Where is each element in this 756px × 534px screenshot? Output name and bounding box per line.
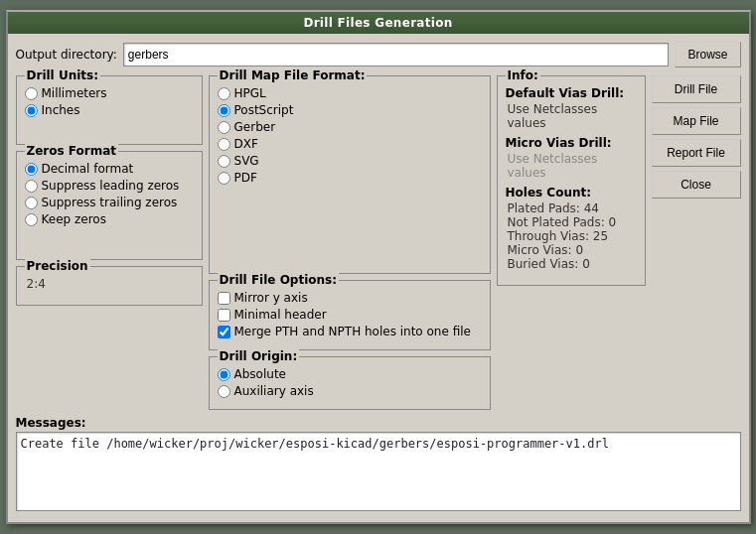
through-vias-row: Through Vias: 25 [508,229,637,243]
checkbox-merge-pth: Merge PTH and NPTH holes into one file [218,325,482,338]
through-vias-value: 25 [593,229,608,243]
radio-inches: Inches [25,103,194,117]
radio-postscript: PostScript [218,103,482,117]
micro-vias-label: Micro Vias: [508,243,572,257]
right-column: Info: Default Vias Drill: Use Netclasses… [497,75,741,410]
messages-section: Messages: Create file /home/wicker/proj/… [16,416,741,514]
buried-vias-value: 0 [582,257,590,271]
info-and-buttons: Info: Default Vias Drill: Use Netclasses… [497,75,741,286]
buried-vias-row: Buried Vias: 0 [508,257,637,271]
radio-svg-input[interactable] [218,155,230,168]
radio-gerber: Gerber [218,120,482,134]
close-button[interactable]: Close [652,171,741,199]
info-panel: Info: Default Vias Drill: Use Netclasses… [497,75,646,286]
radio-suppress-leading-label: Suppress leading zeros [42,179,180,193]
checkbox-mirror-y-label: Mirror y axis [234,291,308,305]
precision-value: 2:4 [27,277,46,291]
drill-units-group: Drill Units: Millimeters Inches [16,75,203,145]
radio-millimeters-input[interactable] [25,87,38,100]
drill-map-format-legend: Drill Map File Format: [218,68,368,82]
radio-millimeters: Millimeters [25,86,194,100]
checkbox-minimal-header-label: Minimal header [234,308,327,322]
radio-dxf-input[interactable] [218,138,230,151]
radio-decimal: Decimal format [25,162,194,176]
checkbox-mirror-y-input[interactable] [218,292,230,305]
radio-inches-input[interactable] [25,104,38,117]
radio-keep-zeros: Keep zeros [25,212,194,226]
precision-legend: Precision [25,259,90,273]
drill-origin-group: Drill Origin: Absolute Auxiliary axis [209,356,491,410]
micro-vias-row: Micro Vias: 0 [508,243,637,257]
radio-hpgl: HPGL [218,86,482,100]
radio-absolute-label: Absolute [234,367,286,381]
radio-inches-label: Inches [42,103,80,117]
radio-hpgl-input[interactable] [218,87,230,100]
map-file-button[interactable]: Map File [652,107,741,135]
not-plated-pads-label: Not Plated Pads: [508,215,605,229]
radio-suppress-leading: Suppress leading zeros [25,179,194,193]
zeros-format-legend: Zeros Format [25,144,119,158]
radio-postscript-label: PostScript [234,103,294,117]
plated-pads-label: Plated Pads: [508,201,580,215]
micro-vias-value: 0 [575,243,583,257]
radio-keep-zeros-input[interactable] [25,213,38,226]
main-window: Drill Files Generation Output directory:… [6,10,751,524]
through-vias-label: Through Vias: [508,229,590,243]
drill-units-legend: Drill Units: [25,68,100,82]
left-column: Drill Units: Millimeters Inches Zeros Fo… [16,75,203,410]
checkbox-mirror-y: Mirror y axis [218,291,482,305]
plated-pads-value: 44 [584,201,599,215]
micro-vias-section: Micro Vias Drill: Use Netclasses values [506,136,637,180]
precision-group: Precision 2:4 [16,266,203,306]
holes-count-label: Holes Count: [506,186,637,200]
radio-millimeters-label: Millimeters [42,86,107,100]
checkbox-minimal-header-input[interactable] [218,309,230,322]
radio-gerber-input[interactable] [218,121,230,134]
radio-suppress-trailing: Suppress trailing zeros [25,196,194,209]
buried-vias-label: Buried Vias: [508,257,579,271]
holes-count-section: Holes Count: Plated Pads: 44 Not Plated … [506,186,637,271]
not-plated-pads-value: 0 [609,215,617,229]
radio-suppress-trailing-label: Suppress trailing zeros [42,196,178,209]
plated-pads-row: Plated Pads: 44 [508,201,637,215]
messages-area[interactable]: Create file /home/wicker/proj/wicker/esp… [16,432,741,511]
report-file-button[interactable]: Report File [652,139,741,167]
radio-postscript-input[interactable] [218,104,230,117]
output-directory-row: Output directory: Browse [16,42,741,67]
radio-absolute-input[interactable] [218,368,230,381]
radio-decimal-input[interactable] [25,163,38,176]
browse-button[interactable]: Browse [675,42,740,67]
drill-file-options-legend: Drill File Options: [218,273,340,287]
radio-gerber-label: Gerber [234,120,276,134]
output-directory-label: Output directory: [16,48,117,62]
checkbox-merge-pth-label: Merge PTH and NPTH holes into one file [234,325,471,338]
content-area: Output directory: Browse Drill Units: Mi… [8,34,749,522]
zeros-format-group: Zeros Format Decimal format Suppress lea… [16,151,203,260]
radio-svg: SVG [218,154,482,168]
main-panels: Drill Units: Millimeters Inches Zeros Fo… [16,75,741,410]
default-vias-drill-label: Default Vias Drill: [506,86,637,100]
radio-suppress-trailing-input[interactable] [25,197,38,209]
not-plated-pads-row: Not Plated Pads: 0 [508,215,637,229]
output-directory-input[interactable] [123,43,670,67]
info-legend: Info: [506,68,540,82]
radio-suppress-leading-input[interactable] [25,180,38,193]
middle-column: Drill Map File Format: HPGL PostScript G… [209,75,491,410]
messages-label: Messages: [16,416,741,430]
drill-file-button[interactable]: Drill File [652,75,741,103]
titlebar: Drill Files Generation [8,12,749,34]
action-buttons: Drill File Map File Report File Close [652,75,741,286]
radio-pdf-input[interactable] [218,172,230,185]
radio-svg-label: SVG [234,154,259,168]
drill-file-options-group: Drill File Options: Mirror y axis Minima… [209,280,491,350]
checkbox-merge-pth-input[interactable] [218,326,230,338]
radio-auxiliary: Auxiliary axis [218,384,482,398]
radio-keep-zeros-label: Keep zeros [42,212,106,226]
micro-vias-drill-label: Micro Vias Drill: [506,136,637,150]
drill-map-format-group: Drill Map File Format: HPGL PostScript G… [209,75,491,274]
radio-auxiliary-label: Auxiliary axis [234,384,314,398]
default-vias-drill-value: Use Netclasses values [508,102,637,130]
radio-auxiliary-input[interactable] [218,385,230,398]
radio-hpgl-label: HPGL [234,86,266,100]
radio-pdf-label: PDF [234,171,257,185]
